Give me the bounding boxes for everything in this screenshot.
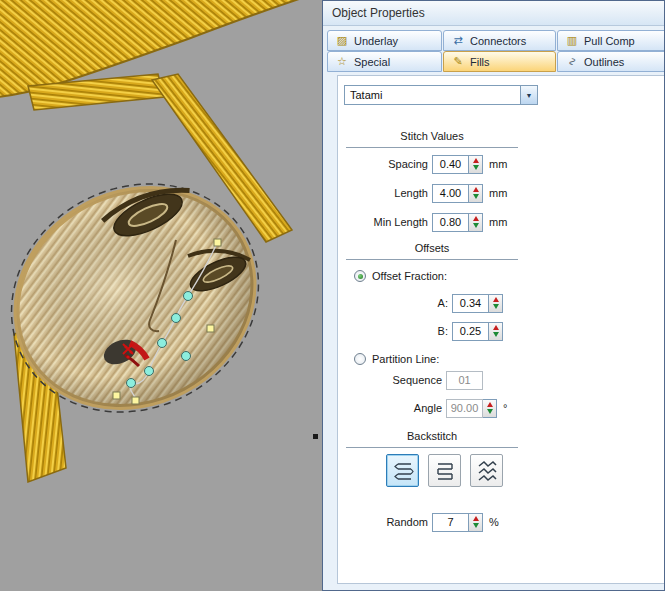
spacing-unit: mm <box>489 158 507 170</box>
embroidery-design <box>0 0 322 591</box>
node-handle[interactable] <box>172 314 181 323</box>
backstitch-zigzag-icon <box>475 459 499 483</box>
fills-pen-icon: ✎ <box>451 56 465 67</box>
tab-pull-comp[interactable]: ▥ Pull Comp <box>557 30 665 51</box>
angle-spinner[interactable] <box>483 399 497 418</box>
spin-down-icon[interactable] <box>473 194 479 199</box>
backstitch-standard-icon <box>391 459 415 483</box>
offset-a-input[interactable] <box>452 294 489 313</box>
spacing-label: Spacing <box>338 158 432 170</box>
backstitch-standard-button[interactable] <box>386 454 419 487</box>
spin-down-icon[interactable] <box>473 523 479 528</box>
min-length-spinner[interactable] <box>469 213 483 232</box>
spin-up-icon[interactable] <box>473 187 479 192</box>
offset-b-input[interactable] <box>452 322 489 341</box>
offset-a-label: A: <box>338 297 452 309</box>
spin-up-icon[interactable] <box>487 402 493 407</box>
sequence-input[interactable] <box>446 371 483 390</box>
dialog-titlebar[interactable]: Object Properties <box>323 1 664 26</box>
tab-outlines[interactable]: ∿ Outlines <box>557 51 665 72</box>
spin-up-icon[interactable] <box>493 325 499 330</box>
backstitch-zigzag-button[interactable] <box>470 454 503 487</box>
offset-fraction-radio[interactable] <box>354 270 366 282</box>
tab-outlines-label: Outlines <box>584 56 624 68</box>
corner-handle[interactable] <box>113 392 120 399</box>
special-star-icon: ☆ <box>335 56 349 67</box>
min-length-label: Min Length <box>338 216 432 228</box>
fills-panel: Tatami ▼ Stitch Values Spacing mm Length… <box>337 75 665 584</box>
corner-handle[interactable] <box>132 397 139 404</box>
sequence-label: Sequence <box>338 374 446 386</box>
spacing-input[interactable] <box>432 155 469 174</box>
spin-up-icon[interactable] <box>473 158 479 163</box>
random-input[interactable] <box>432 513 469 532</box>
random-unit: % <box>489 516 499 528</box>
tab-pull-comp-label: Pull Comp <box>584 35 635 47</box>
object-properties-dialog: Object Properties ▨ Underlay ⇄ Connector… <box>322 0 665 591</box>
node-handle[interactable] <box>184 292 193 301</box>
stitch-type-value: Tatami <box>345 89 520 101</box>
spin-down-icon[interactable] <box>487 409 493 414</box>
offset-fraction-label: Offset Fraction: <box>372 270 447 282</box>
backstitch-heading: Backstitch <box>346 430 518 448</box>
tab-connectors-label: Connectors <box>470 35 526 47</box>
random-spinner[interactable] <box>469 513 483 532</box>
tab-underlay[interactable]: ▨ Underlay <box>327 30 442 51</box>
angle-input[interactable] <box>446 399 483 418</box>
corner-handle[interactable] <box>207 325 214 332</box>
tab-underlay-label: Underlay <box>354 35 398 47</box>
spin-up-icon[interactable] <box>473 516 479 521</box>
stitch-type-dropdown[interactable]: Tatami ▼ <box>344 85 538 105</box>
min-length-unit: mm <box>489 216 507 228</box>
tab-special[interactable]: ☆ Special <box>327 51 442 72</box>
tab-fills-label: Fills <box>470 56 490 68</box>
spin-up-icon[interactable] <box>473 216 479 221</box>
application-window: Object Properties ▨ Underlay ⇄ Connector… <box>0 0 665 591</box>
partition-line-label: Partition Line: <box>372 353 439 365</box>
backstitch-border-icon <box>433 459 457 483</box>
node-handle[interactable] <box>182 352 191 361</box>
min-length-input[interactable] <box>432 213 469 232</box>
spin-down-icon[interactable] <box>493 332 499 337</box>
dialog-title: Object Properties <box>332 6 425 20</box>
dropdown-arrow-icon[interactable]: ▼ <box>520 86 537 104</box>
angle-unit: ° <box>503 402 507 414</box>
spin-down-icon[interactable] <box>473 165 479 170</box>
offset-b-spinner[interactable] <box>489 322 503 341</box>
node-handle[interactable] <box>127 379 136 388</box>
length-input[interactable] <box>432 184 469 203</box>
node-handle[interactable] <box>158 339 167 348</box>
corner-handle[interactable] <box>214 239 221 246</box>
length-label: Length <box>338 187 432 199</box>
partition-line-radio[interactable] <box>354 353 366 365</box>
stitch-values-heading: Stitch Values <box>346 130 518 148</box>
tab-fills[interactable]: ✎ Fills <box>443 51 556 72</box>
spacing-spinner[interactable] <box>469 155 483 174</box>
tab-connectors[interactable]: ⇄ Connectors <box>443 30 556 51</box>
outlines-icon: ∿ <box>567 55 578 69</box>
length-spinner[interactable] <box>469 184 483 203</box>
offsets-heading: Offsets <box>346 242 518 260</box>
backstitch-border-button[interactable] <box>428 454 461 487</box>
connectors-icon: ⇄ <box>451 35 465 46</box>
design-canvas[interactable] <box>0 0 322 591</box>
offset-a-spinner[interactable] <box>489 294 503 313</box>
node-handle[interactable] <box>145 367 154 376</box>
spin-down-icon[interactable] <box>473 223 479 228</box>
canvas-node-marker[interactable] <box>313 434 318 439</box>
offset-b-label: B: <box>338 325 452 337</box>
spin-down-icon[interactable] <box>493 304 499 309</box>
random-label: Random <box>338 516 432 528</box>
tab-special-label: Special <box>354 56 390 68</box>
pull-comp-icon: ▥ <box>565 35 579 46</box>
spin-up-icon[interactable] <box>493 297 499 302</box>
underlay-icon: ▨ <box>335 35 349 46</box>
length-unit: mm <box>489 187 507 199</box>
angle-label: Angle <box>338 402 446 414</box>
